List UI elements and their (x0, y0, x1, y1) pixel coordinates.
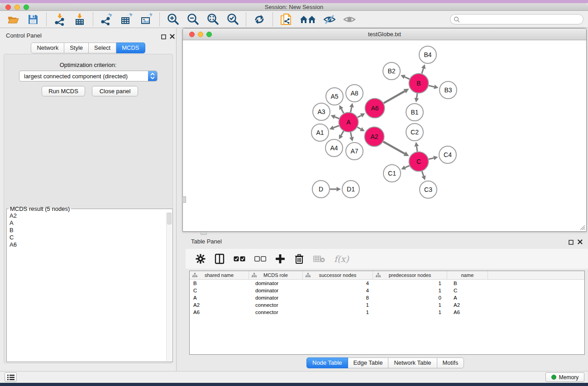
tab-network[interactable]: Network (31, 43, 64, 53)
table-row[interactable]: A6connector11A6 (190, 309, 584, 316)
refresh-layout-icon[interactable] (253, 13, 266, 26)
network-graph[interactable]: B4B2BB3A8A5A6A3B1AC2A1A2A4A7C4CC1C3DD1 (183, 40, 586, 231)
import-table-icon[interactable] (73, 13, 86, 26)
main-toolbar (0, 11, 588, 28)
table-cell: 1 (373, 310, 447, 315)
graph-node-label: B4 (424, 51, 431, 58)
mcds-result-title: MCDS result (5 nodes) (9, 205, 71, 212)
open-file-icon[interactable] (6, 13, 20, 26)
memory-button[interactable]: Memory (545, 372, 584, 382)
graph-edge-C-C3[interactable] (422, 171, 424, 176)
column-header-MCDS-role[interactable]: MCDS role (249, 271, 303, 279)
birds-eye-icon[interactable] (343, 13, 356, 26)
close-panel-icon[interactable] (170, 33, 175, 41)
tab-node-table[interactable]: Node Table (306, 357, 348, 368)
column-header-predecessor-nodes[interactable]: predecessor nodes (373, 271, 447, 279)
mcds-result-item[interactable]: A6 (7, 241, 166, 248)
column-header-successor-nodes[interactable]: successor nodes (303, 271, 373, 279)
graph-edge-B-B4[interactable] (422, 68, 424, 74)
result-scrollbar[interactable] (166, 212, 172, 361)
graph-edge-C-C2[interactable] (416, 146, 417, 152)
export-network-icon[interactable] (100, 13, 113, 26)
graph-edge-B-B3[interactable] (429, 86, 434, 87)
import-network-icon[interactable] (53, 13, 67, 26)
export-image-icon[interactable] (139, 13, 153, 26)
task-history-button[interactable] (5, 372, 17, 382)
graph-edge-A-A7[interactable] (350, 132, 351, 137)
table-panel-title: Table Panel (191, 238, 222, 245)
mcds-result-item[interactable]: A (7, 219, 166, 227)
table-row[interactable]: A2connector11A2 (190, 301, 584, 309)
delete-table-icon[interactable] (313, 253, 325, 264)
home-view-icon[interactable] (299, 13, 316, 26)
table-cell: 1 (373, 281, 447, 286)
graph-edge-A-A5[interactable] (341, 109, 344, 114)
column-header-shared-name[interactable]: shared name (190, 271, 249, 279)
delete-column-icon[interactable] (294, 253, 304, 264)
graph-edge-A-A4[interactable] (341, 131, 344, 136)
close-panel-button[interactable]: Close panel (92, 86, 138, 96)
graph-edge-C-C1[interactable] (405, 166, 410, 167)
mcds-result-item[interactable]: B (7, 227, 166, 234)
graph-edge-A2-C[interactable] (383, 142, 405, 154)
graph-edge-B-B1[interactable] (416, 93, 417, 98)
tab-mcds[interactable]: MCDS (116, 43, 145, 53)
save-session-icon[interactable] (26, 13, 40, 26)
column-header-name[interactable]: name (447, 271, 488, 279)
tab-motifs[interactable]: Motifs (437, 357, 464, 368)
search-input[interactable] (460, 14, 583, 24)
float-table-panel-icon[interactable] (569, 238, 574, 247)
zoom-fit-icon[interactable] (206, 13, 220, 26)
tab-select[interactable]: Select (89, 43, 116, 53)
select-all-columns-icon[interactable] (234, 253, 245, 264)
float-panel-icon[interactable] (161, 33, 166, 41)
duplicate-network-icon[interactable] (279, 13, 293, 26)
zoom-in-icon[interactable] (166, 13, 180, 26)
tab-network-table[interactable]: Network Table (388, 357, 437, 368)
network-window-titlebar[interactable]: testGlobe.txt (183, 29, 586, 40)
window-title: Session: New Session (0, 4, 588, 10)
graph-node-label: A6 (371, 105, 378, 112)
graph-edge-A-A8[interactable] (350, 107, 351, 112)
graph-node-label: C4 (444, 151, 452, 158)
graph-edge-B-B2[interactable] (405, 77, 410, 79)
function-builder-icon[interactable]: f(x) (334, 253, 349, 264)
resize-grip-icon[interactable] (579, 224, 585, 230)
close-table-panel-icon[interactable] (578, 238, 583, 246)
export-table-icon[interactable] (120, 13, 133, 26)
horizontal-divider-handle[interactable] (201, 232, 207, 235)
graph-node-label: D (319, 186, 323, 193)
table-row[interactable]: Cdominator41C (190, 287, 584, 294)
graph-edge-A6-B[interactable] (384, 91, 405, 103)
graph-edge-C-C4[interactable] (429, 158, 434, 159)
zoom-selected-icon[interactable] (226, 13, 239, 26)
table-cell: C (447, 288, 488, 293)
graph-edge-A-A6[interactable] (358, 115, 361, 117)
table-options-gear-icon[interactable] (196, 253, 206, 264)
criterion-dropdown[interactable]: largest connected component (directed) (19, 71, 158, 81)
mcds-result-item[interactable]: C (7, 234, 166, 241)
add-column-icon[interactable] (275, 253, 285, 264)
network-canvas[interactable]: B4B2BB3A8A5A6A3B1AC2A1A2A4A7C4CC1C3DD1 (183, 40, 586, 231)
hide-details-eye-icon[interactable] (323, 13, 336, 26)
show-columns-icon[interactable] (215, 253, 225, 264)
status-bar: Memory (0, 371, 588, 383)
dropdown-stepper-icon (148, 71, 157, 81)
node-table: shared nameMCDS rolesuccessor nodesprede… (189, 271, 585, 355)
run-mcds-button[interactable]: Run MCDS (42, 86, 85, 96)
tab-style[interactable]: Style (64, 43, 89, 53)
mcds-result-item[interactable]: A2 (7, 212, 166, 219)
zoom-out-icon[interactable] (186, 13, 200, 26)
control-panel-tabs: NetworkStyleSelectMCDS (0, 43, 176, 53)
graph-edge-A-A2[interactable] (358, 127, 361, 129)
panel-divider-handle[interactable] (182, 196, 186, 203)
tab-edge-table[interactable]: Edge Table (348, 357, 389, 368)
search-icon (454, 16, 460, 23)
table-row[interactable]: Adominator80A (190, 294, 584, 301)
column-type-icon (306, 273, 311, 277)
unselect-all-columns-icon[interactable] (254, 253, 266, 264)
graph-edge-A-A3[interactable] (335, 117, 339, 119)
table-row[interactable]: Bdominator41B (190, 280, 584, 287)
edge-arrowhead (349, 103, 354, 108)
graph-edge-A-A1[interactable] (334, 126, 339, 128)
